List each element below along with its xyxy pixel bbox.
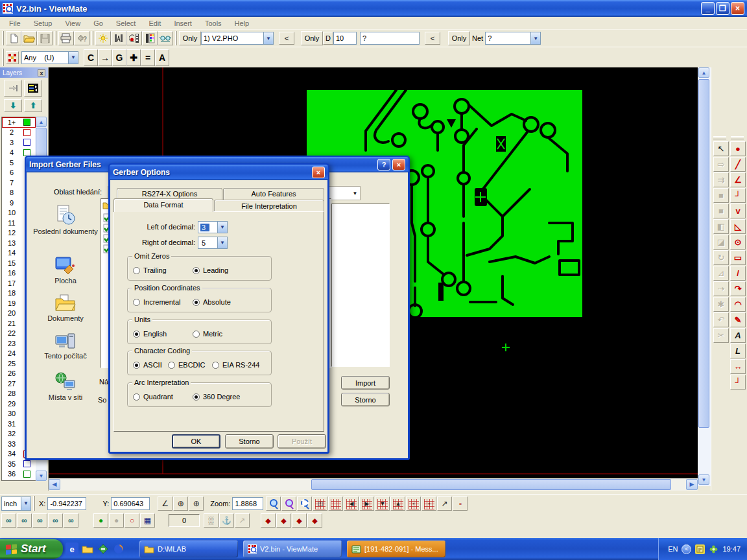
layer-up-icon[interactable]: ⬆ <box>24 99 42 112</box>
minimize-button[interactable]: _ <box>701 2 715 15</box>
tray-notes-icon[interactable] <box>695 544 705 554</box>
cancel-button[interactable]: Storno <box>341 393 390 406</box>
text-l-tool-icon[interactable]: L <box>730 344 746 358</box>
layer-combo[interactable]: 1) V2.PHO▼ <box>201 32 274 45</box>
clock[interactable]: 19:47 <box>722 545 741 553</box>
flash-mode-2-icon[interactable]: ◆ <box>276 513 291 528</box>
origin-icon[interactable]: ⊕ <box>173 496 188 511</box>
grid-settings-icon[interactable]: ◰ <box>313 496 327 511</box>
radio-selected-icon[interactable] <box>193 267 200 274</box>
trace-select-icon[interactable]: = <box>141 49 155 66</box>
radio-icon[interactable] <box>193 331 200 338</box>
layer-row[interactable]: 36 <box>2 469 36 480</box>
flash-pad-tool-icon[interactable]: ● <box>730 141 746 156</box>
start-button[interactable]: Start <box>0 539 63 559</box>
step-grid-icon[interactable]: ▫ <box>406 496 421 511</box>
net-combo[interactable]: ?▼ <box>485 32 541 45</box>
pad-select-icon[interactable]: ✚ <box>126 49 141 66</box>
scroll-up-icon[interactable]: ▲ <box>698 67 709 78</box>
view-glasses-pads-icon[interactable]: ∞ <box>32 513 47 528</box>
dcode-value-input[interactable]: 10 <box>333 32 357 45</box>
glasses-view-button[interactable] <box>158 31 173 45</box>
stretch-select-icon[interactable]: ↗ <box>437 496 452 511</box>
arc-tool-icon[interactable]: ↷ <box>730 281 746 296</box>
pan-right-icon[interactable]: ▶ <box>359 496 374 511</box>
only-net-button[interactable]: Only <box>448 31 470 45</box>
bulb-outline-icon[interactable]: ○ <box>124 513 139 528</box>
copy-element-icon[interactable]: ⇉ <box>713 172 729 187</box>
scroll-down-icon[interactable]: ▼ <box>36 471 47 481</box>
move-group-icon[interactable]: ⇢ <box>713 281 729 296</box>
quicklaunch-browser-icon[interactable]: e <box>65 542 78 555</box>
radio-incremental[interactable]: Incremental <box>133 298 180 306</box>
scroll-thumb[interactable] <box>698 79 709 428</box>
place-desktop[interactable]: Plocha <box>32 255 99 285</box>
radio-icon[interactable] <box>133 299 140 306</box>
restore-button[interactable]: ❐ <box>716 2 729 15</box>
menu-item[interactable]: Edit <box>142 18 167 29</box>
menu-item[interactable]: Tools <box>198 18 228 29</box>
move-element-icon[interactable]: ⇨ <box>713 157 729 172</box>
dcode-view-button[interactable] <box>126 31 142 45</box>
area-select-icon[interactable]: ▫ <box>453 496 468 511</box>
zoom-value-field[interactable]: 1.8868 <box>232 497 263 510</box>
radio-eia-rs244[interactable]: EIA RS-244 <box>212 361 259 369</box>
angle-tool-icon[interactable]: v <box>730 204 746 218</box>
corner-tool-icon[interactable]: ┘ <box>730 188 746 203</box>
menu-item[interactable]: Help <box>228 18 256 29</box>
arrange-icon[interactable]: ⊿ <box>713 266 729 281</box>
chevron-down-icon[interactable]: ▼ <box>217 222 227 233</box>
menu-item[interactable]: Insert <box>167 18 198 29</box>
place-recent-documents[interactable]: Poslední dokumenty <box>32 204 99 235</box>
layer-color-swatch[interactable] <box>23 129 30 136</box>
step-grid2-icon[interactable]: ▫ <box>421 496 436 511</box>
zoom-in-icon[interactable] <box>266 496 281 511</box>
flash-mode-3-icon[interactable]: ◆ <box>292 513 307 528</box>
layers-panel-titlebar[interactable]: Layers x <box>0 67 48 78</box>
radio-icon[interactable] <box>133 393 140 401</box>
layer-move-button[interactable] <box>4 80 22 97</box>
layer-color-swatch[interactable] <box>23 471 30 478</box>
chevron-down-icon[interactable]: ▼ <box>21 497 30 510</box>
goto-select-icon[interactable]: → <box>98 49 112 66</box>
chevron-down-icon[interactable]: ▼ <box>263 32 273 44</box>
layer-order-button[interactable] <box>24 80 42 97</box>
calipers-view-button[interactable] <box>111 31 126 45</box>
triangle-tool-icon[interactable]: ◺ <box>730 219 746 234</box>
component-select-icon[interactable]: C <box>84 49 98 66</box>
anchor-icon[interactable]: ⚓ <box>219 513 234 528</box>
radio-selected-icon[interactable] <box>193 299 200 306</box>
mirror-icon[interactable]: ◧ <box>713 219 729 234</box>
vector-icon[interactable]: ↗ <box>235 513 250 528</box>
line-tool-icon[interactable]: ╱ <box>730 157 746 172</box>
lasso-icon[interactable]: ✂ <box>713 328 729 343</box>
quicklaunch-reader-icon[interactable] <box>97 542 110 555</box>
menu-item[interactable]: Select <box>110 18 143 29</box>
radio-360-degree[interactable]: 360 Degree <box>193 393 241 401</box>
radio-selected-icon[interactable] <box>133 362 140 369</box>
close-button[interactable]: × <box>392 159 405 170</box>
pan-down-icon[interactable]: ▼ <box>375 496 390 511</box>
layer-color-swatch[interactable] <box>23 119 30 126</box>
cancel-button[interactable]: Storno <box>225 434 274 449</box>
tray-chevron-icon[interactable]: < <box>682 544 691 554</box>
grid-toggle-icon[interactable] <box>328 496 343 511</box>
radio-metric[interactable]: Metric <box>193 330 222 338</box>
bulb-off-icon[interactable]: ● <box>109 513 124 528</box>
undo-icon[interactable]: ↶ <box>713 312 729 327</box>
radio-selected-icon[interactable] <box>133 331 140 338</box>
window-titlebar[interactable]: V2.bin - ViewMate _ ❐ × <box>0 0 747 17</box>
text-a-tool-icon[interactable]: A <box>730 328 746 343</box>
import-button[interactable]: Import <box>341 376 390 390</box>
palette-grip[interactable] <box>713 136 726 139</box>
scroll-down-icon[interactable]: ▼ <box>698 474 709 485</box>
dcode-button[interactable]: D <box>323 32 333 45</box>
scroll-left-icon[interactable]: ◀ <box>49 479 60 490</box>
rect-tool-icon[interactable]: ▭ <box>730 250 746 265</box>
taskbar-task-messenger[interactable]: [191-482-091] - Mess... <box>347 541 445 557</box>
filled-rect-icon[interactable]: ■ <box>713 188 729 203</box>
x-coordinate-field[interactable]: -0.942237 <box>47 497 86 510</box>
view-glasses-lines-icon[interactable]: ∞ <box>17 513 32 528</box>
radio-icon[interactable] <box>168 362 175 369</box>
flash-mode-4-icon[interactable]: ◆ <box>307 513 322 528</box>
